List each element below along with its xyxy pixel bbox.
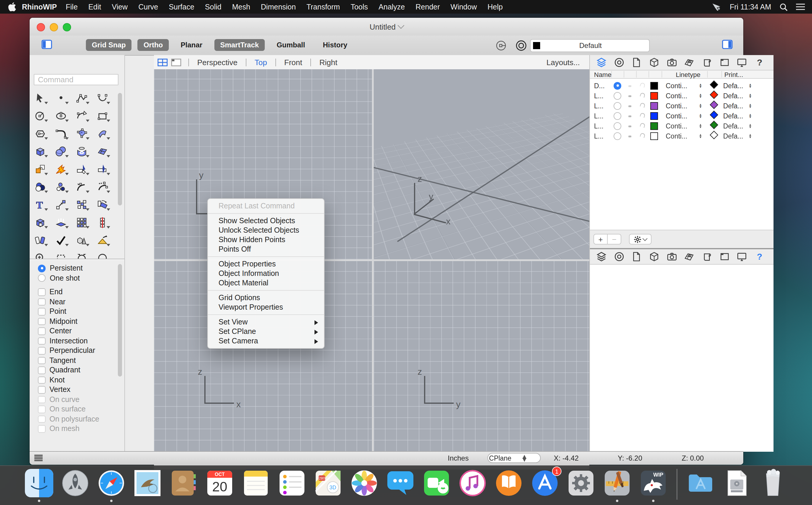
print-color-diamond[interactable] — [709, 130, 718, 142]
tool-fillet-curve[interactable] — [74, 181, 90, 193]
toggle-smarttrack[interactable]: SmartTrack — [214, 39, 265, 51]
layer-print-width[interactable]: Defa... — [723, 132, 743, 139]
osnap-check-vertex[interactable]: Vertex — [30, 385, 120, 394]
tool-boolean[interactable] — [32, 181, 48, 193]
tool-curve-tools[interactable] — [95, 92, 110, 104]
layer-color-swatch[interactable] — [650, 112, 658, 120]
tool-polygon[interactable] — [32, 127, 48, 140]
layer-row[interactable]: L...Conti...▲▼Defa...▲▼ — [590, 101, 774, 111]
layer-linetype[interactable]: Conti... — [666, 132, 687, 139]
stepper-icon[interactable]: ▲▼ — [749, 123, 752, 129]
tab-top[interactable]: Top — [254, 58, 268, 66]
dock-books[interactable] — [495, 469, 523, 497]
tab-perspective[interactable]: Perspective — [196, 58, 239, 66]
checkbox-icon[interactable] — [38, 318, 45, 325]
print-color-diamond[interactable] — [709, 90, 718, 101]
tool-trim[interactable] — [74, 163, 90, 175]
tab-front[interactable]: Front — [283, 58, 303, 66]
tool-control-point-curve[interactable] — [74, 92, 90, 104]
current-layer-radio[interactable] — [614, 132, 621, 140]
layer-print-width[interactable]: Defa... — [723, 92, 743, 99]
status-menu-icon[interactable] — [34, 455, 43, 461]
tool-array[interactable] — [74, 216, 90, 228]
print-color-diamond[interactable] — [709, 120, 718, 132]
layer-row[interactable]: L...Conti...▲▼Defa...▲▼ — [590, 111, 774, 121]
dock-messages[interactable] — [386, 469, 415, 497]
layer-print-width[interactable]: Defa... — [723, 102, 743, 109]
col-name[interactable]: Name — [594, 71, 612, 78]
add-layer-button[interactable]: + — [593, 234, 608, 244]
tool-circle[interactable] — [32, 110, 48, 122]
panel-tab-document-icon[interactable] — [631, 57, 642, 68]
dock-reminders[interactable] — [278, 469, 306, 497]
remove-layer-button[interactable]: − — [607, 234, 621, 244]
context-set-cplane[interactable]: Set CPlane — [208, 327, 324, 336]
menu-window[interactable]: Window — [445, 3, 482, 11]
title-bar[interactable]: Untitled — [30, 18, 743, 36]
menu-tools[interactable]: Tools — [345, 3, 373, 11]
dock-photos[interactable] — [350, 469, 379, 497]
stepper-icon[interactable]: ▲▼ — [749, 93, 752, 98]
layer-color-swatch[interactable] — [650, 132, 658, 140]
dock-rhino-wip[interactable]: WIP — [639, 469, 668, 497]
tool-surface-bend[interactable] — [95, 127, 110, 140]
tool-solid-tools[interactable] — [32, 216, 48, 228]
dock-disk-image[interactable] — [722, 469, 751, 497]
osnap-scrollbar[interactable] — [118, 264, 122, 376]
checkbox-icon[interactable] — [38, 347, 45, 354]
tab-right[interactable]: Right — [318, 58, 339, 66]
stepper-icon[interactable]: ▲▼ — [699, 113, 702, 119]
tool-sphere[interactable] — [53, 145, 69, 158]
stepper-icon[interactable]: ▲▼ — [749, 133, 752, 139]
toggle-gumball[interactable]: Gumball — [271, 39, 311, 51]
osnap-check-on-polysurface[interactable]: On polysurface — [30, 414, 120, 424]
dock-applications-folder[interactable] — [686, 469, 715, 497]
panel-tab-box-icon[interactable] — [649, 57, 660, 68]
dock-notes[interactable] — [242, 469, 270, 497]
stepper-icon[interactable]: ▲▼ — [699, 123, 702, 129]
context-viewport-properties[interactable]: Viewport Properties — [208, 303, 324, 312]
toggle-grid-snap[interactable]: Grid Snap — [86, 39, 132, 51]
checkbox-icon[interactable] — [38, 357, 45, 364]
menu-dimension[interactable]: Dimension — [256, 3, 301, 11]
layer-name[interactable]: L... — [594, 132, 603, 139]
osnap-check-midpoint[interactable]: Midpoint — [30, 316, 120, 326]
dock-music[interactable] — [458, 469, 487, 497]
menu-render[interactable]: Render — [410, 3, 445, 11]
left-sidebar-toggle-icon[interactable] — [41, 40, 52, 51]
tool-text[interactable]: T — [32, 198, 48, 211]
record-history-icon[interactable] — [515, 40, 527, 54]
dock-system-preferences[interactable] — [567, 469, 595, 497]
menu-view[interactable]: View — [106, 3, 133, 11]
osnap-check-intersection[interactable]: Intersection — [30, 336, 120, 346]
checkbox-icon[interactable] — [38, 396, 45, 403]
context-set-camera[interactable]: Set Camera — [208, 336, 324, 346]
osnap-check-knot[interactable]: Knot — [30, 375, 120, 385]
stepper-icon[interactable]: ▲▼ — [699, 83, 702, 88]
panel-tab-document-icon[interactable] — [631, 251, 642, 262]
layer-name[interactable]: L... — [594, 122, 603, 129]
tool-explode[interactable] — [53, 163, 69, 175]
layer-name[interactable]: D... — [594, 82, 605, 89]
layer-print-width[interactable]: Defa... — [723, 82, 743, 89]
viewport-perspective[interactable]: z y x — [374, 69, 589, 259]
layer-color-swatch[interactable] — [650, 122, 658, 130]
panel-tab-display-icon[interactable] — [736, 57, 748, 68]
context-repeat-last-command[interactable]: Repeat Last Command — [208, 201, 324, 211]
osnap-check-on-curve[interactable]: On curve — [30, 394, 120, 404]
tool-palette-scrollbar[interactable] — [118, 93, 122, 205]
current-layer-radio[interactable] — [614, 122, 621, 130]
context-object-properties[interactable]: Object Properties — [208, 259, 324, 269]
menu-bar-clock[interactable]: Fri 11:34 AM — [730, 3, 771, 11]
layer-linetype[interactable]: Conti... — [666, 92, 687, 99]
menu-file[interactable]: File — [60, 3, 83, 11]
stepper-icon[interactable]: ▲▼ — [699, 93, 702, 98]
menu-help[interactable]: Help — [482, 3, 508, 11]
tool-blend-curve[interactable] — [95, 181, 110, 193]
context-unlock-selected-objects[interactable]: Unlock Selected Objects — [208, 225, 324, 235]
notification-center-icon[interactable] — [796, 3, 805, 11]
layer-print-width[interactable]: Defa... — [723, 112, 743, 119]
tool-move[interactable] — [53, 198, 69, 211]
menu-mesh[interactable]: Mesh — [227, 3, 256, 11]
osnap-check-perpendicular[interactable]: Perpendicular — [30, 346, 120, 355]
